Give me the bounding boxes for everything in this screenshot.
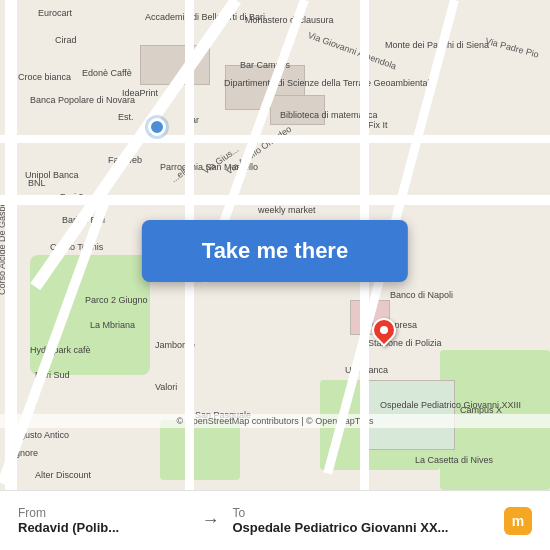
road-horizontal-top	[0, 135, 550, 143]
road-horizontal-mid	[0, 195, 550, 205]
park-area-2	[160, 420, 240, 480]
map-container: EurocartAccademia di Belle Arti di BariM…	[0, 0, 550, 490]
to-name: Ospedale Pediatrico Giovanni XX...	[232, 520, 488, 535]
destination-marker	[372, 318, 396, 342]
to-section: To Ospedale Pediatrico Giovanni XX...	[224, 506, 496, 535]
from-label: From	[18, 506, 188, 520]
building-biblioteca	[270, 95, 325, 125]
moovit-logo-letter: m	[512, 513, 524, 529]
current-location-marker	[148, 118, 166, 136]
moovit-logo-icon: m	[504, 507, 532, 535]
to-label: To	[232, 506, 488, 520]
from-name: Redavid (Polib...	[18, 520, 188, 535]
route-arrow: →	[196, 510, 224, 531]
moovit-logo: m	[496, 507, 540, 535]
bottom-bar: From Redavid (Polib... → To Ospedale Ped…	[0, 490, 550, 550]
take-me-there-button[interactable]: Take me there	[142, 220, 408, 282]
map-attribution: © OpenStreetMap contributors | © OpenMap…	[0, 414, 550, 428]
arrow-icon: →	[201, 510, 219, 531]
from-section: From Redavid (Polib...	[10, 506, 196, 535]
road-corso-alcide	[5, 0, 17, 490]
